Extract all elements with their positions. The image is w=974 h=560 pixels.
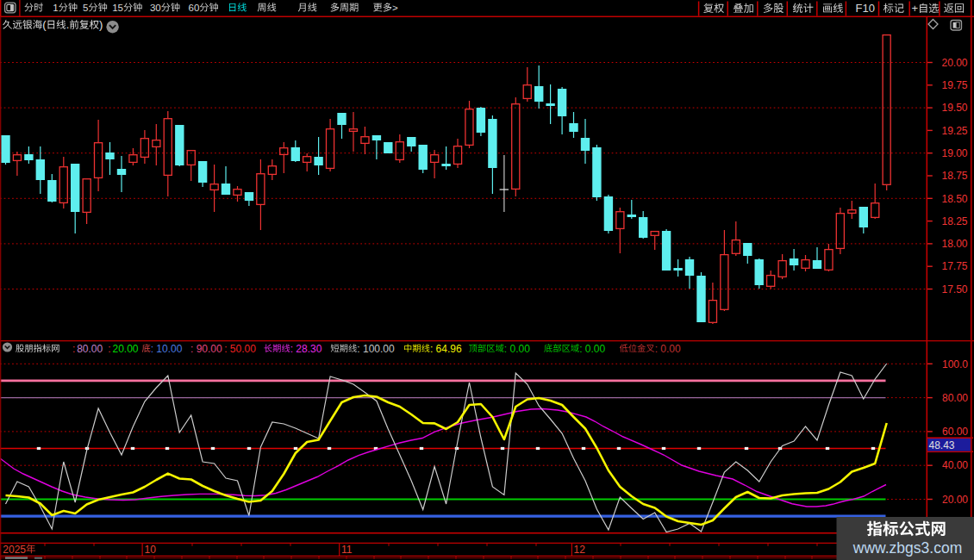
svg-text:): ) (99, 18, 103, 31)
svg-text:: 0.00: : 0.00 (655, 343, 681, 355)
svg-text:60.00: 60.00 (942, 426, 968, 438)
svg-text:: 64.96: : 64.96 (430, 343, 462, 355)
svg-text:18.50: 18.50 (941, 193, 967, 205)
svg-text::: : (108, 343, 110, 355)
svg-text:80.00: 80.00 (942, 392, 968, 404)
svg-text:: 0.00: : 0.00 (579, 343, 605, 355)
svg-text:: 10.00: : 10.00 (151, 343, 183, 355)
svg-text:40.00: 40.00 (942, 459, 968, 471)
svg-text:F10: F10 (856, 2, 875, 15)
svg-text:10: 10 (145, 544, 157, 556)
svg-text::: : (72, 343, 75, 355)
svg-text:: 28.30: : 28.30 (290, 343, 322, 355)
svg-text:1: 1 (53, 3, 58, 13)
svg-text:18.75: 18.75 (941, 170, 967, 182)
svg-text:.: . (66, 18, 70, 31)
svg-text:19.00: 19.00 (941, 147, 967, 159)
svg-text:: 100.00: : 100.00 (357, 343, 395, 355)
svg-text:+: + (912, 2, 919, 15)
svg-text:: 0.00: : 0.00 (504, 343, 530, 355)
svg-text:17.75: 17.75 (941, 260, 967, 272)
svg-text:17.50: 17.50 (941, 283, 967, 296)
svg-text:100.0: 100.0 (942, 358, 968, 370)
svg-text:>: > (392, 3, 398, 13)
svg-text:www.zbgs3.com: www.zbgs3.com (852, 539, 962, 557)
svg-text:12: 12 (574, 544, 586, 556)
svg-text:20.00: 20.00 (941, 57, 967, 69)
svg-text:20.00: 20.00 (942, 494, 968, 506)
svg-text:60: 60 (189, 3, 200, 13)
svg-text:2025: 2025 (3, 544, 26, 556)
svg-text:18.25: 18.25 (941, 215, 967, 227)
svg-text:19.25: 19.25 (941, 125, 967, 137)
svg-text:19.75: 19.75 (941, 79, 967, 91)
svg-text:18.00: 18.00 (941, 238, 967, 250)
svg-text:: 90.00: : 90.00 (190, 343, 222, 355)
svg-text:20.00: 20.00 (113, 343, 139, 355)
svg-text:19.50: 19.50 (941, 102, 967, 114)
svg-text:48.43: 48.43 (929, 439, 955, 451)
svg-text:30: 30 (150, 3, 161, 13)
svg-text:11: 11 (341, 544, 353, 556)
svg-text:15: 15 (112, 3, 123, 13)
svg-text:5: 5 (83, 3, 88, 13)
svg-text:80.00: 80.00 (77, 343, 103, 355)
svg-text:(: ( (42, 18, 47, 31)
svg-text:: 50.00: : 50.00 (224, 343, 256, 355)
